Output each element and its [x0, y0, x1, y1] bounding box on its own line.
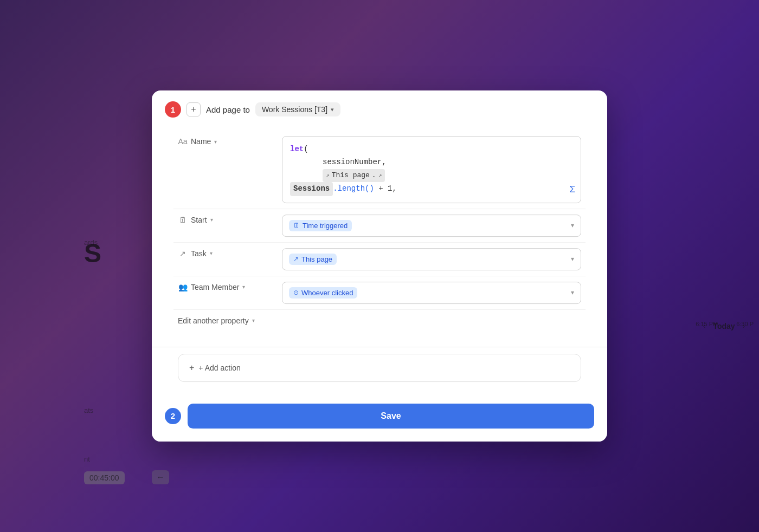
this-page-arrow1: ↗ — [326, 171, 330, 181]
database-name: Work Sessions [T3] — [262, 105, 327, 114]
this-page-arrow2: ↗ — [378, 171, 382, 181]
start-property-row: 🗓 Start ▾ 🗓 Time triggered ▾ — [173, 209, 586, 243]
database-dropdown[interactable]: Work Sessions [T3] ▾ — [255, 102, 340, 116]
team-member-chip-text: Whoever clicked — [301, 289, 353, 297]
task-chip-icon: ↗ — [293, 255, 299, 263]
formula-length-method: .length() — [333, 184, 374, 193]
add-action-label: + Add action — [198, 364, 240, 372]
task-chip-text: This page — [301, 255, 332, 263]
start-prop-icon: 🗓 — [178, 216, 188, 224]
task-property-row: ↗ Task ▾ ↗ This page ▾ — [173, 243, 586, 276]
task-label-area: ↗ Task ▾ — [178, 248, 275, 258]
dropdown-chevron-icon: ▾ — [331, 106, 334, 113]
modal-dialog: 1 + Add page to Work Sessions [T3] ▾ Aa … — [152, 90, 607, 442]
team-member-value-chip: ⊙ Whoever clicked — [289, 287, 357, 299]
task-prop-icon: ↗ — [178, 249, 188, 258]
this-page-tag[interactable]: ↗ This page . ↗ — [323, 169, 385, 182]
step1-plus-icon[interactable]: + — [186, 102, 201, 116]
step1-header: 1 + Add page to Work Sessions [T3] ▾ — [165, 101, 594, 118]
edit-another-chevron: ▾ — [252, 317, 255, 323]
this-page-text: This page — [332, 170, 370, 181]
formula-session-number: sessionNumber, — [323, 158, 387, 166]
formula-line4: Sessions.length() + 1, — [290, 182, 573, 196]
team-member-prop-chevron[interactable]: ▾ — [242, 284, 245, 290]
start-dropdown-chevron: ▾ — [571, 222, 574, 229]
formula-editor[interactable]: let( sessionNumber, ↗ This page . ↗ — [282, 136, 581, 203]
sessions-tag[interactable]: Sessions — [290, 182, 333, 196]
formula-line1: let( — [290, 143, 573, 156]
formula-plus-text: + 1, — [374, 184, 397, 193]
properties-form: Aa Name ▾ let( sessionNumber, ↗ This pag… — [165, 126, 594, 336]
sigma-button[interactable]: Σ — [569, 181, 575, 198]
edit-another-label: Edit another property — [178, 316, 249, 325]
step1-badge: 1 — [165, 101, 181, 118]
this-page-dot: . — [372, 170, 376, 181]
step1-section: 1 + Add page to Work Sessions [T3] ▾ Aa … — [152, 90, 607, 347]
task-dropdown-chevron: ▾ — [571, 255, 574, 263]
name-prop-chevron[interactable]: ▾ — [214, 139, 217, 145]
start-value-dropdown[interactable]: 🗓 Time triggered ▾ — [282, 215, 581, 237]
team-member-prop-icon: 👥 — [178, 283, 188, 291]
add-action-wrapper: + + Add action — [152, 347, 607, 395]
formula-line3: ↗ This page . ↗ — [290, 169, 573, 182]
name-prop-icon: Aa — [178, 137, 188, 146]
formula-let-keyword: let — [290, 145, 304, 153]
add-action-button[interactable]: + + Add action — [189, 363, 570, 373]
task-prop-chevron[interactable]: ▾ — [210, 250, 213, 256]
name-property-row: Aa Name ▾ let( sessionNumber, ↗ This pag… — [173, 131, 586, 209]
task-prop-label: Task — [191, 249, 207, 258]
team-member-prop-label: Team Member — [191, 283, 239, 291]
name-prop-label: Name — [191, 137, 211, 146]
team-member-dropdown-chevron: ▾ — [571, 289, 574, 296]
team-member-property-row: 👥 Team Member ▾ ⊙ Whoever clicked ▾ — [173, 276, 586, 310]
add-action-plus-icon: + — [189, 363, 194, 373]
save-button[interactable]: Save — [188, 404, 594, 429]
add-action-section: + + Add action — [178, 354, 581, 382]
team-member-label-area: 👥 Team Member ▾ — [178, 282, 275, 291]
start-value-chip: 🗓 Time triggered — [289, 220, 352, 231]
team-member-chip-icon: ⊙ — [293, 289, 299, 296]
step2-badge: 2 — [165, 408, 181, 424]
task-value-dropdown[interactable]: ↗ This page ▾ — [282, 248, 581, 270]
edit-another-property-row[interactable]: Edit another property ▾ — [173, 310, 586, 327]
name-label-area: Aa Name ▾ — [178, 136, 275, 146]
start-chip-text: Time triggered — [303, 222, 348, 230]
start-label-area: 🗓 Start ▾ — [178, 215, 275, 224]
team-member-value-dropdown[interactable]: ⊙ Whoever clicked ▾ — [282, 282, 581, 304]
step2-section: 2 Save — [152, 395, 607, 442]
formula-paren-open: ( — [304, 145, 308, 153]
task-value-chip: ↗ This page — [289, 254, 337, 265]
start-prop-label: Start — [191, 216, 207, 224]
step1-label: Add page to — [206, 105, 250, 114]
formula-line2: sessionNumber, — [290, 156, 573, 169]
start-chip-icon: 🗓 — [293, 222, 300, 229]
start-prop-chevron[interactable]: ▾ — [210, 217, 213, 223]
